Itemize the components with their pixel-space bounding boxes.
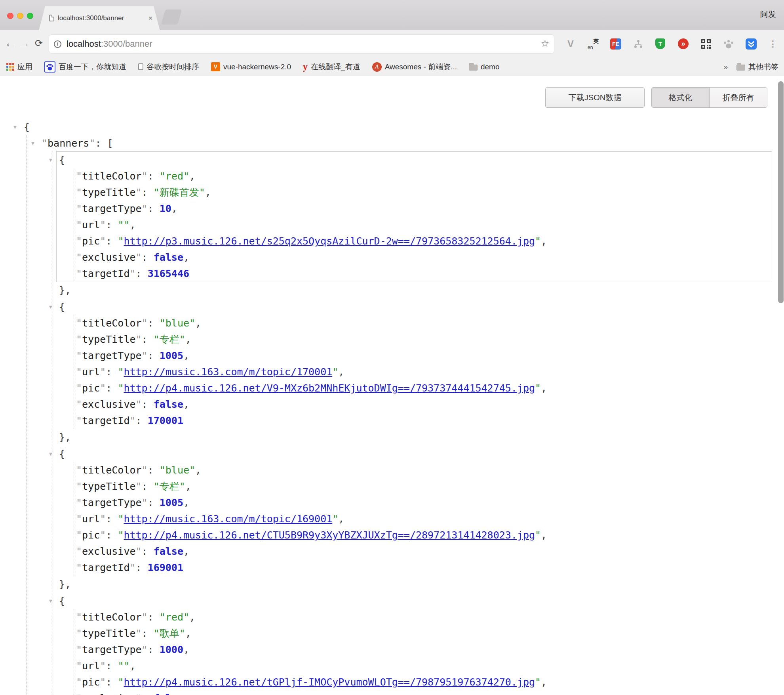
fe-extension-icon[interactable]: FE	[610, 38, 621, 50]
collapse-all-button[interactable]: 折叠所有	[709, 88, 767, 107]
bookmark-baidu[interactable]: 百度一下，你就知道	[44, 61, 126, 73]
quote: "	[76, 170, 82, 182]
banner-object: ▼{"titleColor": "red","typeTitle": "歌单",…	[56, 592, 772, 695]
json-key: targetType	[82, 497, 142, 508]
json-link[interactable]: http://p3.music.126.net/s25q2x5QyqsAzilC…	[124, 235, 535, 247]
collapse-toggle-icon[interactable]: ▼	[13, 119, 17, 135]
comma: ,	[183, 350, 189, 361]
bookmark-awesomes[interactable]: A Awesomes - 前端资...	[372, 62, 457, 72]
quote: "	[76, 546, 82, 557]
collapse-toggle-icon[interactable]: ▼	[31, 135, 34, 151]
json-link[interactable]: http://music.163.com/m/topic/169001	[124, 513, 332, 525]
banner-object: ▼{"titleColor": "blue","typeTitle": "专栏"…	[56, 445, 772, 576]
download-manager-extension-icon[interactable]	[746, 38, 757, 50]
comma: ,	[195, 317, 201, 329]
youdao-favicon: y	[303, 61, 308, 72]
colon: :	[136, 562, 148, 573]
browser-menu-icon[interactable]: ⋮	[767, 38, 778, 50]
json-link[interactable]: http://p4.music.126.net/V9-MXz6b2MNhEKju…	[124, 382, 535, 394]
comma: ,	[205, 187, 211, 198]
quote: "	[142, 203, 148, 214]
json-link[interactable]: http://p4.music.126.net/tGPljf-IMOCyPvum…	[124, 676, 535, 688]
new-tab-button[interactable]	[161, 10, 182, 25]
bookmark-star-icon[interactable]: ☆	[540, 38, 549, 49]
quote: "	[142, 317, 148, 329]
colon: :	[148, 203, 160, 214]
object-properties: "titleColor": "blue","typeTitle": "专栏","…	[74, 462, 772, 576]
collapse-toggle-icon[interactable]: ▼	[49, 152, 52, 168]
comma: ,	[185, 628, 191, 639]
fastforward-extension-icon[interactable]: »	[678, 38, 689, 49]
tampermonkey-shield-icon[interactable]: T	[655, 38, 665, 49]
quote: "	[76, 219, 82, 231]
json-link[interactable]: http://music.163.com/m/topic/170001	[124, 366, 332, 378]
bookmark-other-bookmarks[interactable]: 其他书签	[736, 62, 778, 72]
collapse-toggle-icon[interactable]: ▼	[49, 593, 52, 609]
quote: "	[100, 382, 106, 394]
json-link[interactable]: http://p4.music.126.net/CTU5B9R9y3XyYBZX…	[124, 529, 535, 541]
colon: :	[106, 235, 118, 247]
json-key: typeTitle	[82, 628, 135, 639]
quote: "	[42, 137, 48, 149]
close-window-button[interactable]	[7, 13, 13, 19]
open-brace: {	[59, 448, 65, 460]
comma: ,	[183, 399, 189, 410]
quote: "	[76, 497, 82, 508]
quote: "	[142, 611, 148, 623]
bookmark-folder-demo[interactable]: demo	[469, 63, 500, 71]
json-literal-value: 1000	[160, 644, 183, 655]
translate-extension-icon[interactable]: 英 en	[588, 38, 599, 50]
json-property-url: "url": "http://music.163.com/m/topic/170…	[74, 364, 772, 380]
json-key: exclusive	[82, 546, 135, 557]
quote: "	[535, 382, 541, 394]
zoom-window-button[interactable]	[27, 13, 33, 19]
collapse-toggle-icon[interactable]: ▼	[49, 299, 52, 315]
back-button[interactable]: ←	[5, 30, 15, 58]
json-property-pic: "pic": "http://p4.music.126.net/V9-MXz6b…	[74, 380, 772, 396]
comma: ,	[130, 660, 136, 672]
quote: "	[76, 317, 82, 329]
colon: :	[106, 529, 118, 541]
colon-bracket: : [	[95, 137, 113, 149]
vue-devtools-extension-icon[interactable]: V	[565, 38, 576, 50]
qrcode-extension-icon[interactable]	[700, 38, 712, 50]
minimize-window-button[interactable]	[17, 13, 23, 19]
comma: ,	[183, 546, 189, 557]
json-key: titleColor	[82, 611, 142, 623]
quote: "	[142, 464, 148, 476]
sitemap-extension-icon[interactable]	[633, 38, 644, 50]
json-property-pic: "pic": "http://p4.music.126.net/CTU5B9R9…	[74, 527, 772, 543]
quote: "	[100, 676, 106, 688]
quote: "	[136, 334, 142, 345]
json-property-exclusive: "exclusive": false,	[74, 396, 772, 412]
page-info-icon[interactable]: i	[54, 40, 61, 48]
bookmark-youdao-translate[interactable]: y 在线翻译_有道	[303, 61, 360, 72]
json-property-targetId: "targetId": 3165446	[74, 265, 772, 282]
url-path: :3000/banner	[101, 39, 152, 49]
forward-button[interactable]: →	[19, 30, 30, 58]
reload-button[interactable]: ⟳	[35, 30, 43, 58]
address-bar[interactable]: i localhost:3000/banner ☆	[49, 34, 554, 53]
banners-list: ▼{"titleColor": "red","typeTitle": "新碟首发…	[52, 151, 784, 695]
object-properties: "titleColor": "blue","typeTitle": "专栏","…	[74, 315, 772, 429]
json-string-value: "blue"	[160, 317, 195, 329]
bookmark-apps[interactable]: 应用	[6, 62, 32, 72]
json-key: exclusive	[82, 252, 135, 263]
bookmarks-overflow-chevron[interactable]: »	[723, 63, 728, 71]
browser-tab[interactable]: localhost:3000/banner ×	[39, 6, 160, 31]
tab-close-icon[interactable]: ×	[146, 13, 155, 23]
download-json-button[interactable]: 下载JSON数据	[545, 87, 645, 108]
colon: :	[106, 513, 118, 525]
bookmark-label: 其他书签	[748, 62, 778, 72]
quote: "	[535, 529, 541, 541]
view-toggle-group: 格式化 折叠所有	[651, 87, 767, 108]
collapse-toggle-icon[interactable]: ▼	[49, 446, 52, 462]
quote: "	[100, 660, 106, 672]
json-key: targetType	[82, 350, 142, 361]
bookmark-google-sort[interactable]: 谷歌按时间排序	[138, 62, 199, 72]
paw-extension-icon[interactable]	[723, 38, 734, 50]
vertical-scrollbar-thumb[interactable]	[778, 81, 784, 303]
bookmark-vue-hackernews[interactable]: V vue-hackernews-2.0	[211, 62, 291, 71]
format-button[interactable]: 格式化	[652, 88, 709, 107]
quote: "	[100, 366, 106, 378]
